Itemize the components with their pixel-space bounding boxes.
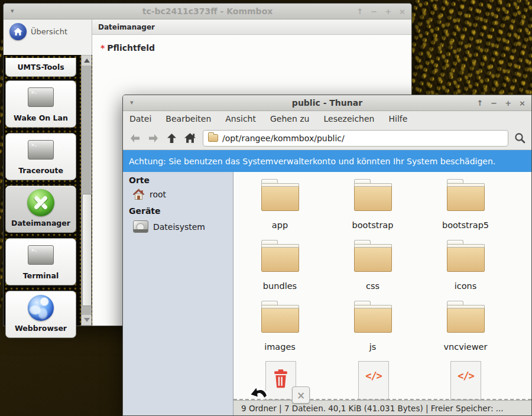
panel-header: Dateimanager xyxy=(92,20,411,35)
location-path: /opt/rangee/kommbox/public/ xyxy=(222,134,345,143)
trash-icon xyxy=(273,369,288,388)
folder-item[interactable]: css xyxy=(326,238,419,298)
close-icon[interactable]: × xyxy=(519,99,525,108)
code-icon: </> xyxy=(365,370,382,382)
menu-hilfe[interactable]: Hilfe xyxy=(388,114,407,124)
overview-label: Übersicht xyxy=(31,27,67,36)
menu-datei[interactable]: Datei xyxy=(129,114,151,124)
maximize-icon[interactable]: + xyxy=(385,7,391,16)
maximize-icon[interactable]: + xyxy=(505,99,511,108)
tool-button-webbrowser[interactable]: Webbrowser xyxy=(5,291,76,338)
folder-item[interactable]: bundles xyxy=(233,238,326,298)
tool-button-dateimanager[interactable]: Dateimanager xyxy=(5,186,76,233)
location-bar[interactable]: /opt/rangee/kommbox/public/ xyxy=(203,130,508,147)
desktop: ▾ tc-bc2411c373ff - Kommbox ↑ − + × Über… xyxy=(0,0,532,416)
tools-icon xyxy=(27,186,54,219)
folder-item[interactable]: bootstrap5 xyxy=(419,177,512,238)
terminal-icon: >. xyxy=(28,81,54,113)
thunar-toolbar: /opt/rangee/kommbox/public/ xyxy=(123,126,531,150)
forward-button[interactable] xyxy=(146,131,160,146)
overview-button[interactable]: Übersicht xyxy=(9,23,67,40)
close-icon[interactable]: × xyxy=(399,7,406,16)
up-button[interactable] xyxy=(164,131,179,146)
folder-icon xyxy=(354,245,392,272)
desktop-bead-pattern xyxy=(410,0,532,100)
file-item-code[interactable]: </> xyxy=(450,361,481,400)
globe-icon xyxy=(28,291,54,324)
folder-item[interactable]: js xyxy=(326,298,419,359)
tool-button-traceroute[interactable]: >. Traceroute xyxy=(5,133,76,180)
file-view: app bootstrap bootstrap5 bundles cs xyxy=(233,172,531,415)
minimize-icon[interactable]: − xyxy=(491,99,497,108)
folder-item[interactable]: vncviewer xyxy=(419,298,512,359)
folder-icon xyxy=(354,184,392,211)
sidebar-item-root[interactable]: root xyxy=(132,188,166,200)
menu-gehen-zu[interactable]: Gehen zu xyxy=(270,114,310,124)
required-field-note: *Pflichtfeld xyxy=(100,43,155,53)
code-icon: </> xyxy=(458,370,474,382)
thunar-menubar: Datei Bearbeiten Ansicht Gehen zu Leseze… xyxy=(123,111,531,126)
devices-header: Geräte xyxy=(129,206,161,216)
window-menu-icon[interactable]: ▾ xyxy=(130,99,134,106)
folder-icon xyxy=(447,245,485,272)
folder-icon xyxy=(208,134,218,142)
tool-button-terminal[interactable]: >. Terminal xyxy=(5,238,76,285)
sidebar-item-dateisystem[interactable]: Dateisystem xyxy=(133,220,205,233)
scrollbar-thumb[interactable] xyxy=(82,194,92,306)
folder-icon xyxy=(447,306,485,333)
shade-icon[interactable]: ↑ xyxy=(356,7,363,16)
admin-warning-banner: Achtung: Sie benutzen das Systemverwalte… xyxy=(123,150,531,172)
folder-item[interactable]: bootstrap xyxy=(326,177,419,238)
scroll-down-icon[interactable] xyxy=(82,315,92,325)
required-marker: * xyxy=(100,43,105,53)
thunar-statusbar: 9 Ordner | 7 Dateien. 40,1 KiB (41.031 B… xyxy=(233,400,531,415)
kommbox-window-title: tc-bc2411c373ff - Kommbox xyxy=(4,6,411,16)
folder-item[interactable]: app xyxy=(233,177,326,238)
folder-item[interactable]: icons xyxy=(419,238,512,298)
home-icon xyxy=(132,188,145,200)
menu-ansicht[interactable]: Ansicht xyxy=(225,114,256,124)
menu-lesezeichen[interactable]: Lesezeichen xyxy=(323,114,374,124)
folder-icon xyxy=(261,245,299,272)
file-item-code[interactable]: </> xyxy=(358,361,389,400)
window-menu-icon[interactable]: ▾ xyxy=(11,7,14,15)
search-icon[interactable] xyxy=(512,131,527,146)
folder-item[interactable]: images xyxy=(233,298,326,359)
thunar-sidebar: Orte root Geräte Dateisystem xyxy=(123,172,233,415)
thunar-window: ▾ public - Thunar ↑ − + × Datei Bearbeit… xyxy=(122,95,532,416)
tool-button-wake-on-lan[interactable]: >. Wake On Lan xyxy=(5,80,76,128)
kommbox-scrollbar[interactable] xyxy=(81,55,92,326)
back-button[interactable] xyxy=(128,131,142,146)
home-button[interactable] xyxy=(183,131,197,146)
minimize-icon[interactable]: − xyxy=(371,7,377,16)
home-icon xyxy=(9,23,27,40)
drive-icon xyxy=(133,220,148,233)
scroll-up-icon[interactable] xyxy=(82,56,92,66)
folder-icon xyxy=(354,306,392,333)
folder-icon xyxy=(261,306,299,333)
folder-icon xyxy=(447,184,485,211)
folder-icon xyxy=(261,184,299,211)
menu-bearbeiten[interactable]: Bearbeiten xyxy=(166,114,211,124)
tool-button-umts-tools[interactable]: UMTS-Tools xyxy=(5,58,76,77)
kommbox-tool-list: UMTS-Tools >. Wake On Lan >. Traceroute xyxy=(4,55,92,326)
thunar-window-title: public - Thunar xyxy=(123,98,531,108)
status-text: 9 Ordner | 7 Dateien. 40,1 KiB (41.031 B… xyxy=(241,404,504,413)
drag-denied-badge: × xyxy=(292,386,310,404)
places-header: Orte xyxy=(129,176,150,185)
shade-icon[interactable]: ↑ xyxy=(476,99,483,108)
terminal-icon: >. xyxy=(28,239,54,271)
kommbox-titlebar[interactable]: ▾ tc-bc2411c373ff - Kommbox ↑ − + × xyxy=(4,4,411,20)
kommbox-sidebar: Übersicht UMTS-Tools >. Wake On Lan xyxy=(4,20,92,326)
terminal-icon: >. xyxy=(28,134,54,166)
thunar-titlebar[interactable]: ▾ public - Thunar ↑ − + × xyxy=(123,95,531,111)
